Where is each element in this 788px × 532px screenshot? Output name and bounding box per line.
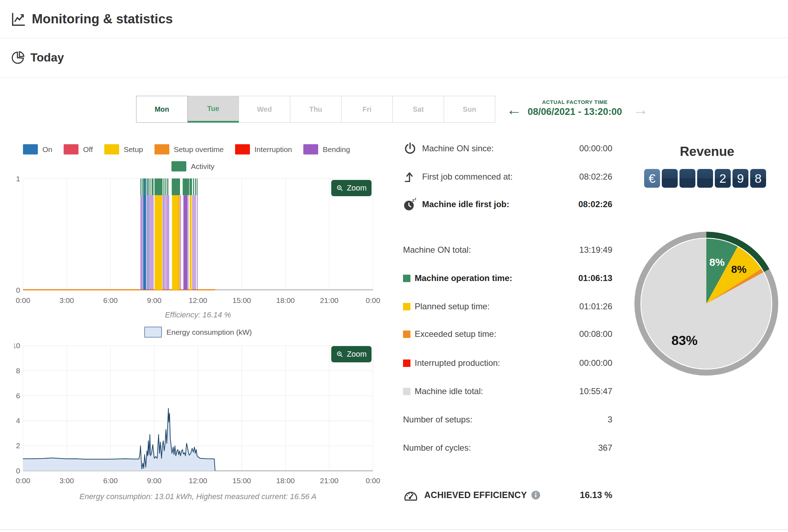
legend-swatch <box>64 144 78 154</box>
svg-text:15:00: 15:00 <box>232 296 251 304</box>
stat-row: Number of cycles:367 <box>403 441 612 455</box>
stat-label: First job commenced at: <box>422 172 513 182</box>
activity-segment <box>167 179 168 195</box>
legend-item-off: Off <box>64 144 93 154</box>
legend-swatch <box>303 144 318 154</box>
timeline-segment-bending <box>169 195 169 290</box>
energy-legend-label: Energy consumption (kW) <box>167 328 252 337</box>
svg-text:9:00: 9:00 <box>147 477 162 485</box>
stat-label: Machine ON since: <box>422 144 494 153</box>
legend-label: Off <box>83 145 93 154</box>
timeline-segment-bending <box>163 195 163 290</box>
section-header: Today <box>0 38 788 77</box>
energy-legend-swatch <box>144 327 162 338</box>
stat-row: zzMachine idle first job:08:02:26 <box>403 197 612 211</box>
day-tab-sun[interactable]: Sun <box>444 96 495 123</box>
stat-value: 10:55:47 <box>579 386 612 396</box>
svg-text:6: 6 <box>16 392 20 400</box>
state-legend: OnOffSetupSetup overtimeInterruptionBend… <box>23 144 350 154</box>
timeline-segment-bending <box>166 195 167 290</box>
legend-swatch <box>235 144 250 154</box>
energy-zoom-button[interactable]: Zoom <box>331 346 372 362</box>
section-divider <box>0 529 788 530</box>
day-tab-mon[interactable]: Mon <box>136 96 188 123</box>
revenue-empty-tile <box>697 169 713 188</box>
stat-label: Machine operation time: <box>415 273 512 283</box>
stat-swatch-activity <box>403 275 410 282</box>
timeline-segment-bending <box>164 195 164 290</box>
activity-segment <box>154 179 163 195</box>
timeline-segment-bending <box>153 195 154 290</box>
stat-row: Machine operation time:01:06:13 <box>403 271 612 285</box>
timeline-segment-bending <box>195 195 196 290</box>
activity-segment <box>148 179 149 195</box>
stat-row: Machine idle total:10:55:47 <box>403 384 612 398</box>
svg-text:3:00: 3:00 <box>59 477 74 485</box>
timeline-segment-bending <box>188 195 189 290</box>
revenue-counter: €298 <box>644 169 766 188</box>
energy-area <box>23 408 215 471</box>
activity-segment <box>165 179 167 195</box>
svg-text:0:00: 0:00 <box>366 296 380 304</box>
svg-text:4: 4 <box>16 416 20 425</box>
line-chart-icon <box>11 11 27 27</box>
grid-layer <box>23 346 373 471</box>
activity-segment <box>193 179 194 195</box>
svg-text:18:00: 18:00 <box>276 296 295 304</box>
day-tab-thu[interactable]: Thu <box>290 96 342 123</box>
next-day-arrow[interactable]: → <box>633 102 648 117</box>
stat-label: Number of cycles: <box>403 443 471 453</box>
power-icon <box>403 141 417 156</box>
legend-label: Activity <box>191 162 215 171</box>
legend-swatch <box>171 161 186 171</box>
gauge-icon <box>403 487 419 503</box>
stat-swatch-setup <box>403 303 410 310</box>
grid-layer <box>23 179 373 290</box>
svg-text:12:00: 12:00 <box>189 477 208 485</box>
pie-slice-label: 8% <box>731 263 746 275</box>
first-job-icon <box>403 170 417 184</box>
previous-day-arrow[interactable]: ← <box>506 102 522 117</box>
stat-label: Planned setup time: <box>415 302 490 311</box>
stat-swatch-setup_overtime <box>403 331 410 338</box>
stat-label: Number of setups: <box>403 415 472 425</box>
stat-row: Interrupted production:00:00:00 <box>403 356 612 370</box>
activity-segment <box>195 179 196 195</box>
svg-text:8: 8 <box>16 367 20 375</box>
legend-swatch <box>23 144 38 154</box>
stat-value: 08:02:26 <box>578 199 612 209</box>
stat-row: Planned setup time:01:01:26 <box>403 299 612 314</box>
info-icon[interactable] <box>531 490 541 500</box>
svg-text:21:00: 21:00 <box>320 296 339 304</box>
section-title: Today <box>30 51 64 64</box>
svg-text:21:00: 21:00 <box>320 477 339 485</box>
day-tab-tue[interactable]: Tue <box>187 96 239 123</box>
activity-segment <box>172 179 180 195</box>
timeline-segment-bending <box>197 195 198 290</box>
day-tab-wed[interactable]: Wed <box>239 96 290 123</box>
timeline-segment-bending <box>149 195 150 290</box>
day-tab-fri[interactable]: Fri <box>341 96 393 123</box>
svg-text:15:00: 15:00 <box>232 477 251 485</box>
energy-caption: Energy consumption: 13.01 kWh, Highest m… <box>23 492 373 501</box>
page-header: Monitoring & statistics <box>0 0 788 38</box>
activity-segment <box>163 179 164 195</box>
timeline-segment-bending <box>180 195 181 290</box>
time-distribution-pie-chart: 8%8%83% <box>634 230 780 377</box>
zoom-button-label: Zoom <box>347 183 367 193</box>
timeline-zoom-button[interactable]: Zoom <box>331 180 372 196</box>
activity-legend: Activity <box>171 161 215 171</box>
day-tab-sat[interactable]: Sat <box>392 96 444 123</box>
legend-item-setup: Setup <box>104 144 143 154</box>
svg-text:6:00: 6:00 <box>103 477 118 485</box>
achieved-efficiency-label: ACHIEVED EFFICIENCY <box>424 490 527 500</box>
legend-label: Bending <box>323 145 350 154</box>
legend-swatch <box>154 144 169 154</box>
svg-text:0:00: 0:00 <box>16 477 30 485</box>
timeline-segment-bending <box>167 195 168 290</box>
activity-segment <box>197 179 198 195</box>
activity-segment <box>142 179 143 195</box>
revenue-currency-tile: € <box>644 169 660 188</box>
timeline-segment-bending <box>192 195 193 290</box>
stat-label: Interrupted production: <box>415 358 500 368</box>
